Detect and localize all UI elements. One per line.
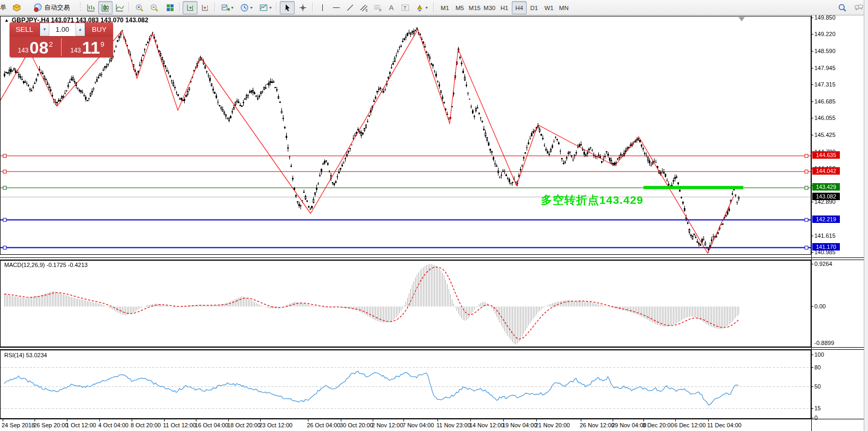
time-axis-label: 11 Oct 12:00 <box>163 422 196 428</box>
horizontal-line-button[interactable] <box>329 1 343 14</box>
time-tick-mark <box>470 419 471 421</box>
chart-shift-marker-icon[interactable] <box>738 17 745 21</box>
price-tick-label: 149.220 <box>814 31 836 37</box>
autotrading-label: 自动交易 <box>45 3 70 12</box>
price-tick-mark <box>811 118 813 118</box>
sell-price-base: 143 <box>18 47 29 54</box>
timeframe-mn[interactable]: MN <box>556 1 571 14</box>
vertical-line-icon <box>318 3 327 12</box>
time-axis-label: 4 Oct 04:00 <box>98 422 128 428</box>
timeframe-m5[interactable]: M5 <box>452 1 467 14</box>
window-right-edge[interactable] <box>864 0 868 431</box>
timeframe-m30[interactable]: M30 <box>482 1 497 14</box>
rsi-canvas[interactable] <box>0 350 811 419</box>
rsi-tick-mark <box>811 418 813 418</box>
timeframe-m1[interactable]: M1 <box>437 1 452 14</box>
time-axis-label: 8 Oct 20:00 <box>131 422 161 428</box>
macd-tick-mark <box>811 306 813 307</box>
tile-windows-button[interactable] <box>162 1 177 14</box>
volume-input[interactable]: 1.00 <box>49 23 75 36</box>
line-chart-button[interactable] <box>113 1 127 14</box>
orders-icon <box>12 3 21 12</box>
autotrading-button[interactable]: 自动交易 <box>25 1 78 14</box>
chart-shift-button[interactable] <box>197 1 212 14</box>
volume-decrease-button[interactable]: ▼ <box>40 23 49 36</box>
price-tick-label: 147.945 <box>814 65 836 71</box>
rsi-tick-label: 100 <box>814 351 824 358</box>
rsi-tick-label: 80 <box>814 364 821 370</box>
auto-scroll-button[interactable] <box>183 1 197 14</box>
time-axis-label: 1 Oct 12:00 <box>66 422 96 428</box>
orders-partial-button[interactable]: 单 <box>0 1 10 14</box>
time-axis-label: 18 Oct 20:00 <box>227 422 261 428</box>
macd-tick-mark <box>811 264 813 264</box>
chart-shift-icon <box>201 3 210 12</box>
time-axis-label: 6 Dec 12:00 <box>674 422 706 428</box>
autotrading-icon <box>33 3 42 12</box>
time-axis-label: 29 Nov 04:00 <box>612 422 646 428</box>
timeframe-d1[interactable]: D1 <box>527 1 542 14</box>
crosshair-icon <box>298 3 307 12</box>
price-tick-mark <box>811 202 813 202</box>
rsi-tick-label: 15 <box>814 405 821 411</box>
candlestick-chart-button[interactable] <box>98 1 113 14</box>
time-axis-label: 16 Oct 04:00 <box>195 422 228 428</box>
fibonacci-button[interactable]: F <box>371 1 384 14</box>
dropdown-arrow-icon: ▾ <box>425 5 427 10</box>
buy-button[interactable]: BUY <box>85 22 113 37</box>
price-tick-mark <box>811 51 813 51</box>
rsi-tick-mark <box>811 355 813 355</box>
pivot-annotation-text[interactable]: 多空转折点143.429 <box>541 193 643 208</box>
candlestick-chart-icon <box>101 3 110 12</box>
dropdown-arrow-icon: ▾ <box>231 5 233 10</box>
trendline-button[interactable] <box>343 1 357 14</box>
main-chart-canvas[interactable] <box>0 16 811 255</box>
arrows-icon <box>415 3 424 12</box>
price-tick-mark <box>811 84 813 85</box>
search-button[interactable] <box>835 1 849 14</box>
sell-button[interactable]: SELL <box>10 22 39 37</box>
toolbar-grip[interactable] <box>80 3 81 12</box>
periods-button[interactable]: ▾ <box>237 1 256 14</box>
bar-chart-button[interactable] <box>84 1 98 14</box>
zoom-out-button[interactable] <box>147 1 161 14</box>
text-label-button[interactable]: T <box>398 1 412 14</box>
macd-canvas[interactable] <box>0 260 811 347</box>
buy-price[interactable]: 143 11 9 <box>62 37 113 57</box>
buy-price-pips: 11 <box>82 40 100 56</box>
timeframe-m15[interactable]: M15 <box>467 1 482 14</box>
time-tick-mark <box>373 419 373 421</box>
arrows-button[interactable]: ▾ <box>412 1 431 14</box>
tile-windows-icon <box>166 3 175 12</box>
time-tick-mark <box>581 419 581 421</box>
mt4-window: 单 自动交易 ▾ ▾ ▾ E F A T ▾ M <box>0 0 868 431</box>
channel-icon[interactable]: E <box>357 1 371 14</box>
rsi-label: RSI(14) 53.0234 <box>4 352 47 358</box>
text-label-icon: T <box>401 3 410 12</box>
price-tick-label: 148.590 <box>814 48 836 54</box>
add-indicator-button[interactable]: ▾ <box>218 1 237 14</box>
collapse-panel-icon[interactable]: ▲ <box>4 18 9 23</box>
time-tick-mark <box>35 419 35 421</box>
time-tick-mark <box>341 419 341 421</box>
cursor-button[interactable] <box>280 1 295 14</box>
rsi-tick-mark <box>811 367 813 368</box>
zoom-in-button[interactable] <box>132 1 147 14</box>
crosshair-button[interactable] <box>295 1 310 14</box>
search-icon <box>838 3 847 12</box>
macd-tick-label: 0.9264 <box>814 261 832 267</box>
timeframe-w1[interactable]: W1 <box>542 1 556 14</box>
templates-button[interactable]: ▾ <box>256 1 275 14</box>
chat-icon <box>854 3 863 12</box>
timeframe-h1[interactable]: H1 <box>497 1 512 14</box>
timeframe-h4[interactable]: H4 <box>512 1 527 14</box>
price-axis-border <box>811 15 812 431</box>
time-tick-mark <box>437 419 438 421</box>
orders-button[interactable] <box>10 1 23 14</box>
add-indicator-icon <box>221 3 230 12</box>
text-button[interactable]: A <box>384 1 398 14</box>
sell-price[interactable]: 143 08 2 <box>10 37 61 57</box>
vertical-line-button[interactable] <box>315 1 329 14</box>
volume-increase-button[interactable]: ▲ <box>75 23 85 36</box>
time-tick-mark <box>643 419 644 421</box>
